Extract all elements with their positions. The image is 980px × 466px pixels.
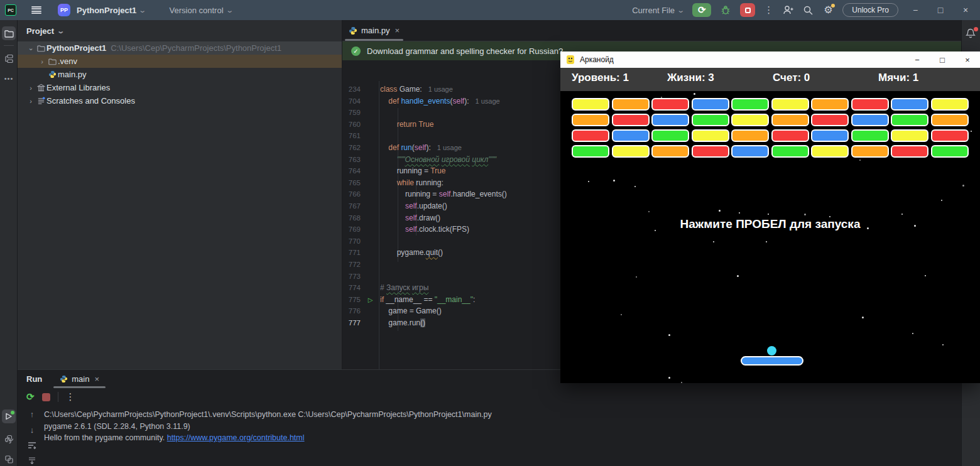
line-number[interactable]: 776: [342, 305, 361, 317]
line-number[interactable]: 767: [342, 200, 361, 212]
line-number[interactable]: 765: [342, 177, 361, 189]
chevron-right-icon[interactable]: ›: [26, 97, 35, 105]
tree-item-main-py[interactable]: main.py: [18, 68, 342, 81]
line-number[interactable]: 770: [342, 236, 361, 247]
brick: [612, 145, 650, 158]
game-canvas[interactable]: Уровень: 1Жизни: 3Счет: 0Мячи: 1 Нажмите…: [560, 68, 980, 383]
console-stop-button[interactable]: [42, 393, 50, 401]
run-line-arrow-icon[interactable]: ▷: [368, 296, 373, 303]
star: [621, 314, 622, 315]
code-token: Запуск: [386, 283, 410, 292]
python-file-icon: [48, 70, 57, 79]
soft-wrap-button[interactable]: [27, 440, 37, 450]
project-avatar[interactable]: PP: [58, 4, 70, 16]
console-output[interactable]: C:\Users\Cep\PycharmProjects\PythonProje…: [44, 409, 955, 466]
code-token: #: [380, 283, 386, 292]
line-number[interactable]: 769: [342, 224, 361, 236]
line-number[interactable]: 761: [342, 130, 361, 142]
code-token: self: [439, 190, 451, 198]
line-number[interactable]: 704: [342, 95, 361, 107]
window-restore-button[interactable]: □: [932, 5, 949, 15]
tree-item--venv[interactable]: ›.venv: [18, 55, 342, 68]
tree-item-external-libraries[interactable]: ›External Libraries: [18, 81, 342, 94]
tree-item-scratches-and-consoles[interactable]: ›Scratches and Consoles: [18, 94, 342, 107]
services-tool-button[interactable]: [2, 452, 16, 466]
line-number[interactable]: 772: [342, 259, 361, 271]
brick: [651, 114, 689, 126]
line-number[interactable]: 775: [342, 294, 361, 306]
line-number[interactable]: 234: [342, 84, 361, 95]
game-maximize-button[interactable]: □: [930, 51, 955, 68]
main-menu-icon[interactable]: [31, 6, 41, 14]
debug-button[interactable]: [720, 4, 731, 16]
settings-button[interactable]: ⚙: [822, 4, 834, 16]
usage-hint[interactable]: 1 usage: [428, 85, 453, 93]
scratches-icon: [35, 97, 46, 105]
chevron-right-icon[interactable]: ›: [38, 58, 46, 65]
chevron-down-icon[interactable]: ⌄: [26, 44, 35, 52]
game-window-title-bar[interactable]: Арканойд − □ ×: [560, 51, 980, 68]
chevron-down-icon: ⌄: [57, 27, 65, 35]
tree-item-label: PythonProject1: [46, 43, 106, 53]
line-number[interactable]: 768: [342, 212, 361, 224]
line-number[interactable]: 760: [342, 119, 361, 131]
star: [768, 214, 769, 215]
python-console-tool-button[interactable]: [2, 432, 16, 446]
code-token: ):: [464, 97, 469, 106]
notifications-button[interactable]: [965, 28, 977, 40]
unlock-pro-button[interactable]: Unlock Pro: [842, 3, 898, 17]
services-icon: [4, 455, 14, 464]
folder-icon: [37, 45, 45, 52]
ball: [767, 346, 776, 355]
code-token: .handle_events(): [450, 190, 506, 198]
console-text: C:\Users\Cep\PycharmProjects\PythonProje…: [44, 410, 492, 419]
prev-occurrence-button[interactable]: ↑: [27, 409, 37, 419]
chevron-right-icon[interactable]: ›: [26, 84, 35, 92]
line-number[interactable]: 764: [342, 165, 361, 177]
usage-hint[interactable]: 1 usage: [475, 97, 499, 105]
console-more-button[interactable]: ⋮: [66, 391, 75, 403]
game-close-button[interactable]: ×: [955, 51, 980, 68]
tab-close-icon[interactable]: ×: [395, 26, 400, 35]
project-tool-button[interactable]: [2, 26, 16, 40]
line-number[interactable]: 777: [342, 317, 361, 329]
star: [668, 334, 670, 336]
search-everywhere-button[interactable]: [802, 4, 814, 16]
brick: [931, 98, 969, 111]
console-link[interactable]: https://www.pygame.org/contribute.html: [167, 433, 305, 442]
usage-hint[interactable]: 1 usage: [437, 144, 462, 151]
scroll-to-end-button[interactable]: [27, 456, 37, 466]
line-number[interactable]: 759: [342, 107, 361, 119]
window-close-button[interactable]: ×: [957, 5, 974, 15]
brick: [811, 114, 849, 126]
code-token: running =: [380, 166, 430, 175]
run-tab-close-icon[interactable]: ×: [94, 374, 99, 384]
window-minimize-button[interactable]: −: [907, 5, 923, 15]
rerun-button[interactable]: ⟳: [692, 3, 711, 17]
line-number[interactable]: 762: [342, 142, 361, 154]
project-selector[interactable]: PythonProject1 ⌄: [77, 6, 146, 15]
more-actions-button[interactable]: ⋮: [764, 4, 773, 16]
line-number[interactable]: 763: [342, 154, 361, 166]
run-tab-main[interactable]: main ×: [52, 370, 107, 387]
run-tool-button[interactable]: [2, 409, 16, 423]
line-number[interactable]: 774: [342, 282, 361, 294]
code-token: (): [420, 318, 425, 327]
vcs-selector[interactable]: Version control ⌄: [170, 6, 232, 15]
star: [862, 317, 864, 318]
stop-button[interactable]: [740, 3, 755, 17]
structure-tool-button[interactable]: [2, 51, 16, 65]
tree-item-pythonproject1[interactable]: ⌄PythonProject1C:\Users\Cep\PycharmProje…: [18, 41, 342, 55]
run-gutter-icon[interactable]: ▷: [361, 294, 380, 306]
code-with-me-button[interactable]: [782, 4, 793, 16]
line-number[interactable]: 766: [342, 188, 361, 200]
line-number[interactable]: 773: [342, 271, 361, 283]
tab-main-py[interactable]: main.py ×: [342, 20, 406, 41]
more-tool-windows-button[interactable]: •••: [2, 72, 16, 85]
game-minimize-button[interactable]: −: [905, 51, 930, 68]
project-panel-header[interactable]: Project ⌄: [18, 20, 342, 41]
run-config-selector[interactable]: Current File ⌄: [632, 6, 683, 15]
next-occurrence-button[interactable]: ↓: [27, 425, 37, 435]
console-rerun-button[interactable]: ⟳: [26, 391, 35, 403]
line-number[interactable]: 771: [342, 247, 361, 259]
